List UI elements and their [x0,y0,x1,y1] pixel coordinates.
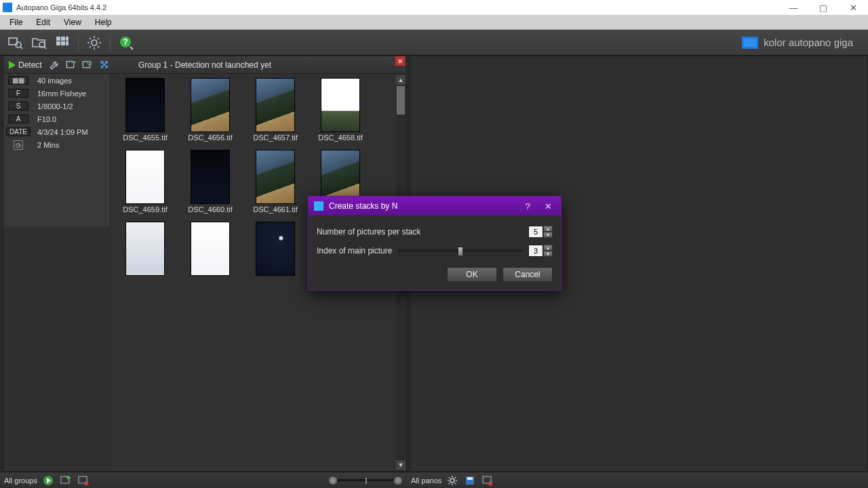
dialog-titlebar[interactable]: Create stacks by N ? ✕ [309,197,561,216]
group-add-button[interactable] [59,474,73,487]
status-all-panos: All panos [411,476,441,485]
dialog-close-button[interactable]: ✕ [540,199,555,214]
main-index-label: Index of main picture [317,246,392,256]
main-index-spinner[interactable]: ▲▼ [543,245,553,257]
thumbnail-image [191,78,230,132]
detect-label: Detect [18,60,42,70]
thumbnail-image [256,78,295,132]
exif-date: 4/3/24 1:09 PM [33,128,88,136]
pics-per-stack-label: Number of pictures per stack [317,227,420,237]
select-images-button[interactable] [4,32,26,54]
window-title: Autopano Giga 64bits 4.4.2 [16,3,106,12]
pano-save-button[interactable] [463,474,477,487]
wrench-button[interactable] [47,58,62,73]
svg-rect-9 [61,41,65,45]
pano-settings-button[interactable] [446,474,459,487]
scroll-up-icon[interactable]: ▲ [396,75,406,85]
play-icon [9,61,16,69]
exif-image-count: 40 images [33,77,72,85]
thumbnail[interactable] [248,222,303,277]
thumbnail-label: DSC_4657.tif [253,134,297,142]
thumbnail[interactable]: DSC_4661.tif [248,150,303,214]
zoom-out-icon[interactable] [328,476,338,485]
menu-file[interactable]: File [3,16,29,28]
thumbnail[interactable]: DSC_4656.tif [182,78,238,142]
detect-all-button[interactable] [41,474,55,487]
thumbnail[interactable]: DSC_4659.tif [117,150,173,214]
svg-rect-7 [66,37,68,41]
dialog-help-button[interactable]: ? [520,199,535,214]
svg-rect-10 [66,41,68,45]
thumbnail-image [191,222,230,276]
exif-panel: ▦▦40 images F16mm Fisheye S1/8000-1/2 AF… [3,74,111,227]
slider-handle[interactable] [458,247,463,256]
thumbnail-label: DSC_4659.tif [123,205,167,214]
main-index-slider[interactable] [399,249,521,252]
image-refresh-button[interactable] [80,58,95,73]
svg-rect-14 [66,61,74,67]
thumbnail[interactable] [117,222,173,277]
exif-aperture: F10.0 [33,115,56,123]
create-stacks-dialog: Create stacks by N ? ✕ Number of picture… [308,196,561,291]
main-index-input[interactable] [528,245,543,257]
menu-edit[interactable]: Edit [29,16,57,28]
menubar: File Edit View Help [0,15,868,30]
thumbnail[interactable]: DSC_4657.tif [248,78,303,142]
thumbnail-image [125,150,165,204]
svg-rect-6 [61,37,65,41]
svg-rect-21 [467,477,473,480]
thumbnail-label: DSC_4656.tif [188,134,232,142]
image-add-button[interactable] [64,58,79,73]
svg-rect-5 [56,37,60,41]
group-header: Detect Group 1 - Detection not launched … [3,56,406,74]
app-icon [3,3,12,12]
thumbnail[interactable]: DSC_4655.tif [117,78,173,142]
pano-remove-button[interactable] [481,474,494,487]
thumbnail-label: DSC_4658.tif [318,134,362,142]
svg-line-4 [44,47,46,49]
puzzle-button[interactable] [96,58,111,73]
titlebar: Autopano Giga 64bits 4.4.2 — ▢ ✕ [0,0,868,15]
thumbnail-label: DSC_4661.tif [253,205,297,214]
pics-per-stack-spinner[interactable]: ▲▼ [543,226,553,238]
svg-point-11 [92,40,97,45]
cancel-button[interactable]: Cancel [502,267,553,282]
thumbnail-image [256,222,295,276]
brand-icon [742,37,758,49]
menu-view[interactable]: View [57,16,88,28]
detect-button[interactable]: Detect [5,59,46,71]
thumbnail[interactable]: DSC_4658.tif [313,78,368,142]
exif-shutter: 1/8000-1/2 [33,102,73,110]
select-folder-button[interactable] [28,32,50,54]
branding: kolor autopano giga [742,37,853,49]
svg-text:?: ? [123,37,127,47]
help-button[interactable]: ? [115,32,137,54]
dialog-icon [314,201,323,211]
thumbnail[interactable] [182,222,238,277]
menu-help[interactable]: Help [88,16,119,28]
ok-button[interactable]: OK [447,267,497,282]
group-remove-button[interactable] [77,474,90,487]
thumbnail-image [321,78,360,132]
dialog-title: Create stacks by N [329,201,397,211]
thumbnail-image [256,150,295,204]
thumbnail-label: DSC_4660.tif [188,205,232,214]
main-toolbar: ? kolor autopano giga [0,30,868,56]
zoom-control-left[interactable] [328,476,403,485]
thumbnail[interactable]: DSC_4660.tif [182,150,238,214]
minimize-button[interactable]: — [778,0,808,15]
pics-per-stack-input[interactable] [528,226,543,238]
thumbnail-image [125,78,165,132]
status-all-groups: All groups [4,476,37,485]
scroll-thumb[interactable] [397,86,405,115]
close-button[interactable]: ✕ [838,0,868,15]
close-group-button[interactable]: ✕ [395,56,405,66]
scroll-down-icon[interactable]: ▼ [396,460,406,470]
grid-button[interactable] [52,32,73,54]
statusbar: All groups All panos [0,472,868,488]
settings-button[interactable] [83,32,105,54]
maximize-button[interactable]: ▢ [808,0,838,15]
exif-lens: 16mm Fisheye [33,89,86,98]
zoom-in-icon[interactable] [393,476,403,485]
svg-point-19 [450,479,454,483]
